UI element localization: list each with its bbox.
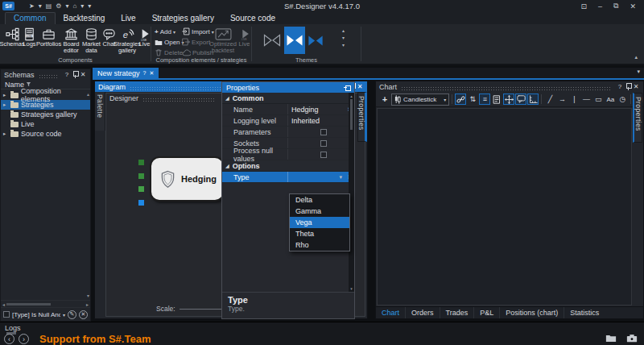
draw-arrow-tool[interactable]: →	[556, 94, 568, 105]
port-green-1[interactable]	[138, 160, 144, 165]
logging-level-value[interactable]: Inherited	[288, 117, 354, 125]
scroll-down-icon[interactable]: ▾	[87, 293, 89, 298]
dropdown-item-vega[interactable]: Vega	[290, 217, 349, 228]
save-icon[interactable]: ▤	[44, 2, 54, 10]
draw-text-tool[interactable]: Aa	[605, 94, 616, 105]
export-button[interactable]: Export	[182, 37, 210, 47]
close-icon[interactable]: ✕	[149, 70, 154, 77]
schemas-button[interactable]: Schemas	[1, 27, 23, 48]
transfer-data-button[interactable]: ⇅	[467, 94, 478, 105]
port-green-3[interactable]	[138, 186, 144, 192]
open-button[interactable]: Open ▾	[155, 37, 184, 47]
open-log-folder-icon[interactable]	[605, 334, 617, 343]
tab-chart[interactable]: Chart	[376, 307, 406, 318]
home-icon[interactable]: ⌂	[71, 2, 78, 10]
dropdown-item-delta[interactable]: Delta	[290, 194, 349, 206]
tab-statistics[interactable]: Statistics	[564, 307, 605, 318]
live-run-button[interactable]: LIVE Live	[238, 27, 250, 48]
group-row-options[interactable]: ◢ Options	[222, 160, 354, 172]
new-pane-button[interactable]	[491, 94, 502, 105]
qat-overflow-icon[interactable]: ▾	[86, 2, 93, 10]
ribbon-tab-live[interactable]: Live	[113, 13, 143, 24]
filter-checkbox[interactable]	[3, 311, 10, 318]
add-indicator-button[interactable]: +	[379, 94, 390, 105]
chevron-down-icon[interactable]: ▾	[63, 312, 65, 318]
horizontal-scrollbar[interactable]: ◂ ▸	[1, 300, 90, 307]
axes-button[interactable]	[527, 94, 539, 105]
ribbon-tab-common[interactable]: Common	[5, 12, 56, 24]
chevron-down-icon[interactable]: ▾	[79, 2, 85, 10]
crosshair-button[interactable]	[503, 94, 514, 105]
minimize-button[interactable]: –	[598, 2, 602, 10]
scroll-up-icon[interactable]: ▴	[87, 91, 89, 97]
document-tab-new-strategy[interactable]: New strategy ? ✕	[93, 68, 159, 78]
pin-icon[interactable]	[625, 83, 631, 90]
scroll-right-icon[interactable]: ▸	[86, 301, 89, 307]
strategies-gallery-button[interactable]: e Strategies gallery	[116, 27, 138, 55]
gear-icon[interactable]: ⚙	[54, 2, 63, 10]
draw-horizontal-line-tool[interactable]: —	[580, 94, 592, 105]
tab-trades[interactable]: Trades	[440, 307, 475, 318]
dropdown-item-theta[interactable]: Theta	[290, 228, 349, 239]
help-icon[interactable]: ?	[143, 70, 147, 76]
pin-icon[interactable]	[344, 85, 351, 90]
dropdown-item-rho[interactable]: Rho	[290, 239, 349, 251]
live-button[interactable]: LIVE Live	[138, 27, 151, 48]
chart-plot-area[interactable]	[377, 108, 632, 306]
pointer-icon[interactable]: ➤	[27, 2, 36, 10]
expander-icon[interactable]: ▸	[3, 131, 8, 137]
tree-item-source-code[interactable]: ▸ Source code	[1, 129, 90, 139]
property-row-process-null-values[interactable]: Process null values	[222, 149, 354, 160]
draw-line-tool[interactable]: ╱	[544, 94, 555, 105]
theme-blue-button[interactable]	[307, 27, 324, 54]
close-icon[interactable]: ✕	[356, 83, 364, 90]
scroll-down-icon[interactable]: ▾	[342, 35, 345, 40]
filter-edit-button[interactable]: ✎	[68, 310, 76, 319]
scroll-left-icon[interactable]: ◂	[2, 301, 5, 307]
process-null-values-checkbox[interactable]	[320, 152, 327, 158]
tab-list-dropdown-icon[interactable]: ▾	[637, 69, 640, 75]
ribbon-collapse-icon[interactable]: ▴	[634, 54, 638, 60]
property-row-parameters[interactable]: Parameters	[222, 127, 354, 138]
series-type-combobox[interactable]: Candlestick ▾	[391, 94, 449, 106]
palette-side-tab[interactable]: Palette	[95, 92, 105, 131]
filter-funnel-icon[interactable]	[26, 81, 31, 87]
expander-icon[interactable]: ▸	[3, 102, 8, 108]
group-row-common[interactable]: ◢ Common	[222, 93, 354, 104]
combo-dropdown-icon[interactable]: ▾	[337, 174, 345, 181]
property-row-type[interactable]: Type ▾ ✕	[222, 172, 354, 183]
hedging-block[interactable]: Hedging	[150, 156, 225, 202]
tab-orders[interactable]: Orders	[406, 307, 440, 318]
expander-icon[interactable]: ▸	[3, 92, 8, 98]
logs-button[interactable]: LOG Logs	[23, 27, 36, 48]
screenshot-camera-icon[interactable]	[626, 334, 638, 343]
name-value-input[interactable]: Hedging	[288, 106, 345, 114]
properties-scrollbar[interactable]: ▴ ▾	[349, 93, 354, 292]
chevron-down-icon[interactable]: ▾	[64, 2, 70, 10]
link-charts-button[interactable]	[455, 94, 466, 105]
optimized-backtest-button[interactable]: Optimized backtest	[208, 27, 238, 55]
draw-rectangle-tool[interactable]: ▭	[592, 94, 604, 105]
close-icon[interactable]: ✕	[632, 83, 640, 90]
add-button[interactable]: + Add ▾	[155, 27, 175, 36]
time-marker-tool[interactable]: ◷	[617, 94, 628, 105]
market-data-button[interactable]: Market data	[81, 27, 101, 55]
portfolios-button[interactable]: Portfolios	[36, 27, 61, 48]
tree-item-composition-elements[interactable]: ▸ Composition elements	[1, 90, 90, 100]
chart-properties-side-tab[interactable]: Properties	[633, 93, 642, 143]
ribbon-tab-source-code[interactable]: Source code	[222, 13, 283, 24]
pin-icon[interactable]	[72, 71, 78, 78]
dropdown-item-gamma[interactable]: Gamma	[290, 206, 349, 217]
port-blue[interactable]	[138, 200, 144, 206]
properties-side-tab[interactable]: Properties	[357, 92, 367, 142]
filter-clear-button[interactable]: ✕	[79, 310, 88, 319]
close-icon[interactable]: ✕	[79, 71, 87, 78]
scroll-up-icon[interactable]: ▴	[350, 94, 353, 98]
comments-button[interactable]	[515, 94, 526, 105]
scrollbar-thumb[interactable]	[350, 99, 353, 130]
close-button[interactable]: ✕	[630, 2, 636, 10]
restore-button[interactable]: ⧉	[613, 2, 618, 10]
tree-item-strategies-gallery[interactable]: Strategies gallery	[1, 110, 90, 119]
scrollbar-thumb[interactable]	[6, 303, 51, 306]
parameters-checkbox[interactable]	[320, 129, 327, 135]
